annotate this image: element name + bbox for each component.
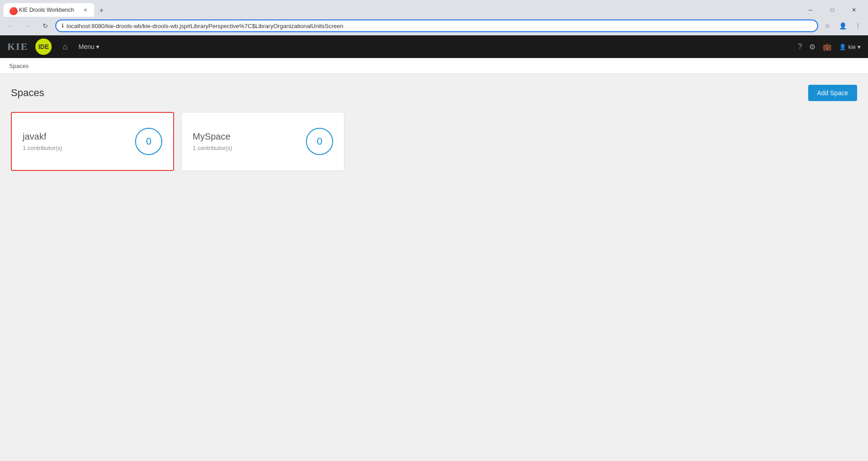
ide-badge: IDE [35, 39, 52, 55]
space-contributors-myspace: 1 contributor(s) [193, 145, 232, 151]
browser-chrome: 🔴 KIE Drools Workbench ✕ + ─ □ ✕ ← → ↻ ℹ… [0, 0, 868, 35]
menu-button[interactable]: Menu ▾ [78, 43, 99, 50]
space-contributors-javakf: 1 contributor(s) [23, 145, 62, 151]
settings-icon[interactable]: ⚙ [809, 43, 815, 51]
page-header: Spaces Add Space [11, 85, 857, 101]
address-bar-row: ← → ↻ ℹ localhost:8080/kie-drools-wb/kie… [0, 17, 868, 35]
minimize-button[interactable]: ─ [800, 3, 821, 17]
breadcrumb[interactable]: Spaces [9, 63, 29, 69]
more-button[interactable]: ⋮ [852, 19, 864, 32]
forward-button[interactable]: → [21, 19, 35, 33]
menu-label: Menu [78, 43, 94, 50]
window-controls: ─ □ ✕ [800, 3, 864, 17]
space-name-javakf: javakf [23, 131, 62, 142]
app-container: KIE IDE ⌂ Menu ▾ ? ⚙ 💼 👤 kie ▾ Spaces Sp… [0, 35, 868, 182]
back-button[interactable]: ← [4, 19, 18, 33]
help-icon[interactable]: ? [798, 43, 802, 51]
tab-favicon: 🔴 [9, 7, 15, 13]
address-bar[interactable]: ℹ localhost:8080/kie-drools-wb/kie-drool… [55, 19, 818, 32]
user-chevron-icon: ▾ [858, 44, 861, 50]
maximize-button[interactable]: □ [822, 3, 843, 17]
refresh-button[interactable]: ↻ [38, 19, 53, 33]
user-menu[interactable]: 👤 kie ▾ [839, 44, 861, 50]
main-content: Spaces Add Space javakf 1 contributor(s)… [0, 74, 868, 182]
active-tab[interactable]: 🔴 KIE Drools Workbench ✕ [4, 3, 94, 17]
space-card-myspace[interactable]: MySpace 1 contributor(s) 0 [181, 112, 344, 171]
space-count-javakf: 0 [135, 128, 162, 155]
menu-chevron-icon: ▾ [96, 43, 99, 50]
profile-button[interactable]: 👤 [836, 19, 849, 32]
user-icon: 👤 [839, 44, 846, 50]
security-icon: ℹ [62, 23, 64, 29]
kie-logo: KIE [7, 41, 28, 53]
header-actions: ? ⚙ 💼 👤 kie ▾ [798, 43, 861, 51]
close-button[interactable]: ✕ [844, 3, 864, 17]
home-button[interactable]: ⌂ [59, 40, 71, 53]
breadcrumb-bar: Spaces [0, 58, 868, 74]
tab-area: 🔴 KIE Drools Workbench ✕ + [4, 3, 798, 17]
space-info-javakf: javakf 1 contributor(s) [23, 131, 62, 151]
bookmark-button[interactable]: ☆ [821, 19, 834, 32]
user-name: kie [848, 44, 856, 50]
address-text: localhost:8080/kie-drools-wb/kie-drools-… [67, 23, 812, 29]
space-card-javakf[interactable]: javakf 1 contributor(s) 0 [11, 112, 174, 171]
tab-close-button[interactable]: ✕ [82, 6, 89, 14]
briefcase-icon[interactable]: 💼 [823, 43, 832, 51]
tab-title: KIE Drools Workbench [19, 7, 78, 13]
spaces-grid: javakf 1 contributor(s) 0 MySpace 1 cont… [11, 112, 857, 171]
space-count-myspace: 0 [306, 128, 333, 155]
new-tab-button[interactable]: + [95, 4, 108, 17]
space-info-myspace: MySpace 1 contributor(s) [193, 131, 232, 151]
add-space-button[interactable]: Add Space [808, 85, 858, 101]
app-header: KIE IDE ⌂ Menu ▾ ? ⚙ 💼 👤 kie ▾ [0, 35, 868, 58]
page-title: Spaces [11, 87, 44, 99]
space-name-myspace: MySpace [193, 131, 232, 142]
title-bar: 🔴 KIE Drools Workbench ✕ + ─ □ ✕ [0, 0, 868, 17]
